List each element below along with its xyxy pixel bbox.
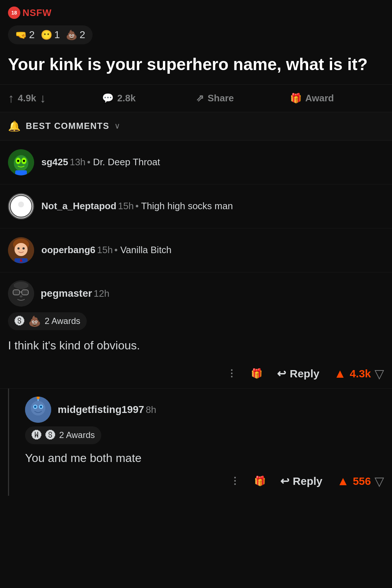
upvote-count-midgetfisting: 556 xyxy=(353,475,371,487)
comment-meta-ooperbang: ooperbang6 15h • Vanilla Bitch xyxy=(41,244,384,256)
award-item-1: 🤜 2 xyxy=(15,29,35,41)
award-icon-midgetfisting: 🎁 xyxy=(254,475,266,487)
action-bar: ↑ 4.9k ↓ 💬 2.8k ⇗ Share 🎁 Award xyxy=(0,84,392,112)
award-count-2: 1 xyxy=(54,29,60,41)
comment-dot-ooperbang: • xyxy=(114,244,120,255)
upvote-icon-midgetfisting[interactable]: ▲ xyxy=(337,474,349,488)
nsfw-label: NSFW xyxy=(23,7,52,19)
svg-point-5 xyxy=(23,160,25,162)
award-s-midgetfisting: 🅢 xyxy=(45,429,56,441)
upvote-icon-pegmaster[interactable]: ▲ xyxy=(334,366,346,381)
reply-label-pegmaster: Reply xyxy=(290,368,319,380)
reply-button-pegmaster[interactable]: ↩ Reply xyxy=(277,367,319,380)
comment-dot-sg425: • xyxy=(87,157,93,167)
best-comments-bar[interactable]: 🔔 BEST COMMENTS ∨ xyxy=(0,112,392,141)
svg-rect-19 xyxy=(13,290,20,295)
svg-point-15 xyxy=(23,247,25,250)
svg-point-29 xyxy=(34,406,36,408)
comment-time-val-heptapod: 15h xyxy=(118,200,134,211)
avatar-heptapod xyxy=(8,193,34,219)
reply-time-midgetfisting: 8h xyxy=(146,404,156,415)
comment-item-heptapod[interactable]: Not_a_Heptapod 15h • Thigh high socks ma… xyxy=(0,184,392,228)
chevron-down-icon: ∨ xyxy=(114,121,120,131)
big-comment-actions-pegmaster: ⋮ 🎁 ↩ Reply ▲ 4.3k ▽ xyxy=(8,361,384,388)
reply-label-midgetfisting: Reply xyxy=(293,475,323,487)
svg-point-22 xyxy=(20,295,23,297)
comment-text-ooperbang: Vanilla Bitch xyxy=(120,244,171,255)
svg-point-26 xyxy=(31,401,45,415)
svg-point-1 xyxy=(14,155,28,171)
downvote-icon-midgetfisting[interactable]: ▽ xyxy=(375,474,384,488)
comment-username-heptapod: Not_a_Heptapod xyxy=(41,200,117,211)
comments-button[interactable]: 💬 2.8k xyxy=(102,93,196,104)
more-icon-pegmaster: ⋮ xyxy=(227,368,236,379)
reply-section-midgetfisting: midgetfisting1997 8h 🅦 🅢 2 Awards You an… xyxy=(8,389,392,496)
svg-point-4 xyxy=(17,160,19,162)
post-title: Your kink is your superhero name, what i… xyxy=(0,50,392,84)
reply-icon-midgetfisting: ↩ xyxy=(280,475,289,487)
big-comment-pegmaster: pegmaster 12h 🅢 💩 2 Awards I think it's … xyxy=(0,272,392,389)
upvote-count: 4.9k xyxy=(18,93,36,104)
comment-time-val-sg425: 13h xyxy=(70,157,85,167)
svg-point-30 xyxy=(40,406,42,408)
svg-rect-24 xyxy=(14,284,28,287)
downvote-icon-pegmaster[interactable]: ▽ xyxy=(375,366,384,381)
award-emoji-3: 💩 xyxy=(66,29,77,41)
svg-point-13 xyxy=(15,243,28,256)
svg-rect-6 xyxy=(15,170,27,175)
award-button-pegmaster[interactable]: 🎁 xyxy=(251,368,262,379)
svg-point-10 xyxy=(18,202,24,207)
big-comment-meta-pegmaster: pegmaster 12h xyxy=(41,288,384,299)
awards-row: 🤜 2 😶 1 💩 2 xyxy=(0,22,392,50)
reply-username-midgetfisting: midgetfisting1997 xyxy=(58,404,144,415)
avatar-midgetfisting xyxy=(25,397,51,423)
share-icon: ⇗ xyxy=(196,93,204,104)
big-comment-body-pegmaster: I think it's kind of obvious. xyxy=(8,337,384,361)
nsfw-section: 18 NSFW xyxy=(0,0,392,22)
downvote-icon[interactable]: ↓ xyxy=(40,91,46,105)
share-button[interactable]: ⇗ Share xyxy=(196,93,290,104)
award-label: Award xyxy=(305,93,334,104)
award-w-midgetfisting: 🅦 xyxy=(32,429,42,441)
award-item-3: 💩 2 xyxy=(66,29,85,41)
award-item-2: 😶 1 xyxy=(41,29,60,41)
award-icon-pegmaster: 🎁 xyxy=(251,368,262,379)
comment-dot-heptapod: • xyxy=(135,200,141,211)
award-icon: 🎁 xyxy=(290,93,302,104)
comment-username-ooperbang: ooperbang6 xyxy=(41,244,95,255)
upvote-count-pegmaster: 4.3k xyxy=(350,368,371,380)
comment-item-ooperbang[interactable]: ooperbang6 15h • Vanilla Bitch xyxy=(0,228,392,272)
vote-group[interactable]: ↑ 4.9k ↓ xyxy=(8,91,102,105)
award-emoji-1: 🤜 xyxy=(15,29,27,41)
award-icon-poop-pegmaster: 💩 xyxy=(28,315,41,327)
share-label: Share xyxy=(208,93,234,104)
big-comment-header-pegmaster: pegmaster 12h xyxy=(8,280,384,307)
award-count-1: 2 xyxy=(29,29,35,41)
big-comment-award-count-pegmaster: 2 Awards xyxy=(45,316,80,326)
nsfw-number: 18 xyxy=(8,7,20,19)
upvote-icon[interactable]: ↑ xyxy=(8,91,14,105)
avatar-pegmaster xyxy=(8,280,34,307)
reply-actions-midgetfisting: ⋮ 🎁 ↩ Reply ▲ 556 ▽ xyxy=(17,470,392,496)
comment-meta-sg425: sg425 13h • Dr. Deep Throat xyxy=(41,157,384,168)
svg-point-14 xyxy=(17,247,20,250)
bell-icon: 🔔 xyxy=(8,120,21,132)
more-options-button-pegmaster[interactable]: ⋮ xyxy=(227,368,236,379)
reply-award-count-midgetfisting: 2 Awards xyxy=(59,430,95,440)
award-emoji-2: 😶 xyxy=(41,29,52,41)
comment-item-sg425[interactable]: sg425 13h • Dr. Deep Throat xyxy=(0,141,392,184)
award-button[interactable]: 🎁 Award xyxy=(290,93,384,104)
reply-icon-pegmaster: ↩ xyxy=(277,367,286,380)
comment-meta-heptapod: Not_a_Heptapod 15h • Thigh high socks ma… xyxy=(41,200,384,212)
more-options-button-midgetfisting[interactable]: ⋮ xyxy=(230,475,240,487)
award-icon-s-pegmaster: 🅢 xyxy=(15,315,25,327)
comment-text-heptapod: Thigh high socks man xyxy=(141,200,233,211)
svg-rect-20 xyxy=(22,290,28,295)
reply-body-midgetfisting: You and me both mate xyxy=(17,449,392,470)
reply-button-midgetfisting[interactable]: ↩ Reply xyxy=(280,475,323,487)
award-button-midgetfisting[interactable]: 🎁 xyxy=(254,475,266,487)
awards-pill[interactable]: 🤜 2 😶 1 💩 2 xyxy=(8,25,93,44)
reply-header-midgetfisting: midgetfisting1997 8h xyxy=(17,389,392,423)
vote-group-midgetfisting: ▲ 556 ▽ xyxy=(337,474,384,488)
big-comment-time-pegmaster: 12h xyxy=(94,288,109,299)
